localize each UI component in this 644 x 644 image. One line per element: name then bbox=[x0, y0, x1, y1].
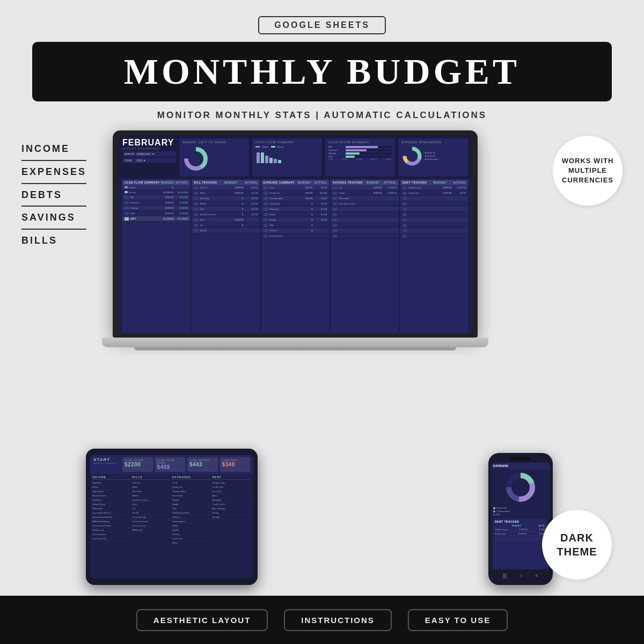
lss-card-allocation: ALLOCATION SUMMARY Bills Expenses bbox=[325, 138, 395, 177]
page-wrapper: GOOGLE SHEETS MONTHLY BUDGET MONITOR MON… bbox=[0, 0, 644, 644]
divider-1 bbox=[21, 160, 86, 161]
divider-4 bbox=[21, 229, 86, 230]
lss-year-sel: YEAR 2025 ▼ bbox=[122, 158, 176, 163]
lss-month: FEBRUARY bbox=[122, 138, 176, 147]
google-sheets-badge: GOOGLE SHEETS bbox=[32, 16, 612, 34]
phone: EXPENSE bbox=[488, 453, 553, 585]
middle-section: INCOME EXPENSES DEBTS SAVINGS BILLS WORK… bbox=[0, 130, 644, 596]
lss-card-cashflow: CASH FLOW SUMMARY Budget Actual bbox=[252, 138, 322, 177]
bottom-section: AESTHETIC LAYOUT INSTRUCTIONS EASY TO US… bbox=[0, 596, 644, 644]
cashflow-bars bbox=[255, 149, 319, 164]
tablet-screen: START MONTHLY BUDGET TOTAL INCOME $2200 … bbox=[90, 455, 253, 579]
tablet-spreadsheet: START MONTHLY BUDGET TOTAL INCOME $2200 … bbox=[90, 455, 253, 579]
lss-card-cashflow-title: CASH FLOW SUMMARY bbox=[255, 141, 319, 144]
lss-savings-hdr: SAVINGS TRACKER BUDGET ACTUAL bbox=[331, 180, 398, 185]
label-expenses: EXPENSES bbox=[21, 164, 86, 180]
alloc-bills: Bills bbox=[328, 145, 392, 148]
tss-col-savings: DEBT Student Loan Credit Card Car Loan A… bbox=[213, 475, 252, 577]
lss-card-expense-breakdown-title: EXPENSE BREAKDOWN bbox=[401, 141, 465, 144]
pss-debt-row-2: Credit Card $ 150.00 $ 200.0 bbox=[495, 532, 546, 536]
subtitle: MONITOR MONTHLY STATS | AUTOMATIC CALCUL… bbox=[32, 110, 612, 121]
laptop-spreadsheet: FEBRUARY BUDGET DASHBOARD MONTH FEBRUARY… bbox=[118, 136, 472, 334]
pss-donut-area bbox=[491, 469, 550, 506]
lss-bill-hdr: BILL TRACKER BUDGET ACTUAL bbox=[192, 180, 259, 185]
alloc-expenses: Expenses bbox=[328, 149, 392, 151]
tss-col-income: INCOME Paycheck Bonus Side Hustle Rental… bbox=[92, 475, 131, 577]
tss-start-title: START bbox=[93, 457, 120, 462]
lss-month-sel: MONTH FEBRUARY ▼ bbox=[122, 151, 176, 157]
lss-month-col: FEBRUARY BUDGET DASHBOARD MONTH FEBRUARY… bbox=[122, 138, 176, 177]
tss-start: START MONTHLY BUDGET bbox=[93, 457, 120, 472]
lss-table-area: CASH FLOW SUMMARY BUDGET ACTUAL Rollover… bbox=[118, 178, 472, 334]
dark-theme-badge: DARKTHEME bbox=[542, 510, 612, 580]
phone-home-bar: ||| ○ < bbox=[491, 570, 550, 580]
lss-card-allocation-title: ALLOCATION SUMMARY bbox=[328, 141, 392, 144]
lss-debt-hdr: DEBT TRACKER BUDGET ACTUAL bbox=[400, 180, 468, 185]
tablet: START MONTHLY BUDGET TOTAL INCOME $2200 … bbox=[86, 449, 258, 585]
lss-card-amount-title: AMOUNT LEFT TO SPEND bbox=[182, 141, 246, 144]
phone-spreadsheet: EXPENSE bbox=[491, 463, 550, 570]
divider-3 bbox=[21, 206, 86, 207]
title-banner: MONTHLY BUDGET bbox=[32, 42, 612, 101]
laptop-screen-inner: FEBRUARY BUDGET DASHBOARD MONTH FEBRUARY… bbox=[118, 136, 472, 334]
lss-debt-table: DEBT TRACKER BUDGET ACTUAL Student Loan$… bbox=[400, 180, 468, 333]
lss-card-amount-left: AMOUNT LEFT TO SPEND bbox=[179, 138, 249, 177]
pss-debt-section: DEBT TRACKER BUDGET ACTU... Student Loan… bbox=[493, 518, 548, 569]
donut-amount-left bbox=[182, 145, 209, 172]
phone-outer: EXPENSE bbox=[488, 453, 553, 585]
bottom-badge-easy[interactable]: EASY TO USE bbox=[408, 609, 508, 631]
lss-savings-table: SAVINGS TRACKER BUDGET ACTUAL Car$ 100.0… bbox=[331, 180, 398, 333]
currencies-badge: WORKS WITHMULTIPLECURRENCIES bbox=[553, 136, 623, 206]
lss-top-bar: FEBRUARY BUDGET DASHBOARD MONTH FEBRUARY… bbox=[118, 136, 472, 178]
tss-col-bills: BILLS Internet Water Electricity Mobile … bbox=[133, 475, 172, 577]
lss-cashflow-table: CASH FLOW SUMMARY BUDGET ACTUAL Rollover… bbox=[122, 180, 190, 333]
lss-expense-hdr: EXPENSE SUMMARY BUDGET ACTUAL bbox=[261, 180, 329, 185]
laptop: FEBRUARY BUDGET DASHBOARD MONTH FEBRUARY… bbox=[113, 130, 478, 350]
laptop-foot bbox=[134, 347, 456, 350]
tss-stat-income: TOTAL INCOME $2200 bbox=[122, 457, 153, 472]
top-section: GOOGLE SHEETS MONTHLY BUDGET MONITOR MON… bbox=[0, 0, 644, 130]
lss-dash-sub: BUDGET DASHBOARD bbox=[122, 147, 176, 150]
label-income: INCOME bbox=[21, 141, 86, 157]
phone-donut bbox=[504, 471, 537, 503]
tss-stat-extra: TOTAL EXTRA SPEND $408 bbox=[155, 457, 186, 472]
divider-2 bbox=[21, 183, 86, 184]
tablet-outer: START MONTHLY BUDGET TOTAL INCOME $2200 … bbox=[86, 449, 258, 585]
alloc-debt: Debt bbox=[328, 155, 392, 158]
left-labels: INCOME EXPENSES DEBTS SAVINGS BILLS bbox=[21, 141, 86, 248]
lss-expense-table: EXPENSE SUMMARY BUDGET ACTUAL Food$ 30.0… bbox=[261, 180, 329, 333]
lss-bill-table: BILL TRACKER BUDGET ACTUAL Internet$ 300… bbox=[192, 180, 259, 333]
tss-columns: INCOME Paycheck Bonus Side Hustle Rental… bbox=[90, 474, 253, 579]
phone-screen: EXPENSE bbox=[491, 463, 550, 570]
lss-cashflow-hdr: CASH FLOW SUMMARY BUDGET ACTUAL bbox=[122, 180, 190, 185]
laptop-screen-outer: FEBRUARY BUDGET DASHBOARD MONTH FEBRUARY… bbox=[113, 130, 478, 338]
laptop-base bbox=[102, 338, 488, 347]
google-sheets-label: GOOGLE SHEETS bbox=[258, 16, 386, 34]
alloc-savings: Savings bbox=[328, 152, 392, 155]
pss-debt-row-1: Student Loan $ 400.00 $ 140.0 bbox=[495, 528, 546, 532]
label-bills: BILLS bbox=[21, 233, 86, 248]
phone-notch bbox=[510, 457, 531, 460]
bottom-badge-instructions[interactable]: INSTRUCTIONS bbox=[284, 609, 392, 631]
tss-top: START MONTHLY BUDGET TOTAL INCOME $2200 … bbox=[90, 455, 253, 474]
pss-legend: Household Transportation Misc bbox=[491, 506, 550, 517]
tss-start-sub: MONTHLY BUDGET bbox=[93, 462, 120, 465]
label-debts: DEBTS bbox=[21, 187, 86, 203]
tss-col-expenses: EXPENSES Food Dining Out Transportation … bbox=[172, 475, 211, 577]
pss-header: EXPENSE bbox=[491, 463, 550, 469]
main-title: MONTHLY BUDGET bbox=[54, 50, 590, 93]
bottom-badge-aesthetic[interactable]: AESTHETIC LAYOUT bbox=[136, 609, 268, 631]
lss-card-expense-breakdown: EXPENSE BREAKDOWN bbox=[398, 138, 468, 177]
donut-expense bbox=[401, 145, 423, 167]
tss-stat-savings: TOTAL SAVINGS $443 bbox=[187, 457, 218, 472]
tss-stat-debt: TOTAL DEBT $340 bbox=[220, 457, 251, 472]
label-savings: SAVINGS bbox=[21, 210, 86, 225]
